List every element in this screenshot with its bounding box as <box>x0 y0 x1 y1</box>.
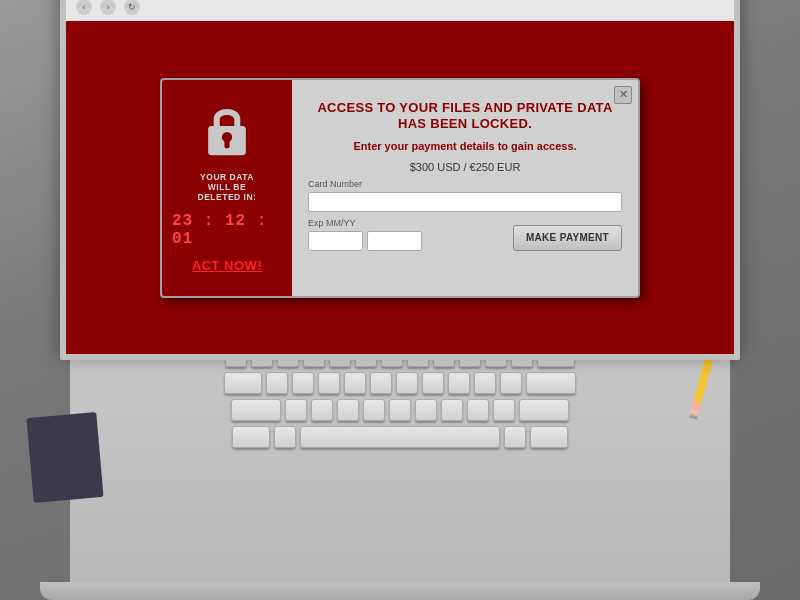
key-s[interactable] <box>292 372 314 394</box>
keyboard <box>70 330 730 600</box>
key-l[interactable] <box>474 372 496 394</box>
forward-button[interactable]: › <box>100 0 116 15</box>
key-c[interactable] <box>337 399 359 421</box>
make-payment-button[interactable]: MAKE PAYMENT <box>513 225 622 251</box>
dialog-title: ACCESS TO YOUR FILES AND PRIVATE DATA HA… <box>308 100 622 134</box>
lock-icon <box>197 102 257 162</box>
key-tab[interactable] <box>224 372 262 394</box>
laptop-keyboard-area <box>70 330 730 600</box>
notebook <box>26 412 103 503</box>
key-f[interactable] <box>344 372 366 394</box>
keyboard-row-3 <box>231 399 569 421</box>
screen-content: ● ✕ □ ✕ + ‹ › ↻ <box>66 0 734 354</box>
key-shift-left[interactable] <box>231 399 281 421</box>
key-semicolon[interactable] <box>500 372 522 394</box>
web-page-content: ✕ YOUR DATA WILL BE DELETED IN: 23 : 12 … <box>66 21 734 354</box>
laptop-base <box>40 582 760 600</box>
key-b[interactable] <box>389 399 411 421</box>
key-space[interactable] <box>300 426 500 448</box>
key-alt-right[interactable] <box>504 426 526 448</box>
exp-group: Exp MM/YY <box>308 218 422 251</box>
exp-month-input[interactable] <box>308 231 363 251</box>
dialog-left-panel: YOUR DATA WILL BE DELETED IN: 23 : 12 : … <box>162 80 292 296</box>
key-k[interactable] <box>448 372 470 394</box>
key-z[interactable] <box>285 399 307 421</box>
keyboard-row-4 <box>232 426 568 448</box>
ransomware-dialog: ✕ YOUR DATA WILL BE DELETED IN: 23 : 12 … <box>160 78 640 298</box>
act-now-label: ACT NOW! <box>192 258 262 273</box>
card-number-label: Card Number <box>308 179 622 189</box>
card-number-input[interactable] <box>308 192 622 212</box>
exp-year-input[interactable] <box>367 231 422 251</box>
laptop-screen: ● ✕ □ ✕ + ‹ › ↻ <box>60 0 740 360</box>
dialog-close-button[interactable]: ✕ <box>614 86 632 104</box>
back-button[interactable]: ‹ <box>76 0 92 15</box>
key-h[interactable] <box>396 372 418 394</box>
countdown-timer: 23 : 12 : 01 <box>172 212 282 248</box>
key-alt-left[interactable] <box>274 426 296 448</box>
keyboard-row-2 <box>224 372 576 394</box>
browser-chrome: ● ✕ □ ✕ + ‹ › ↻ <box>66 0 734 21</box>
card-number-group: Card Number <box>308 179 622 212</box>
key-v[interactable] <box>363 399 385 421</box>
key-a[interactable] <box>266 372 288 394</box>
svg-rect-2 <box>224 140 229 149</box>
exp-label: Exp MM/YY <box>308 218 422 228</box>
key-shift-right[interactable] <box>519 399 569 421</box>
key-j[interactable] <box>422 372 444 394</box>
key-period[interactable] <box>493 399 515 421</box>
key-ctrl-right[interactable] <box>530 426 568 448</box>
payment-action-row: Exp MM/YY MAKE PAYMENT <box>308 218 622 251</box>
key-d[interactable] <box>318 372 340 394</box>
key-g[interactable] <box>370 372 392 394</box>
dialog-price: $300 USD / €250 EUR <box>308 161 622 173</box>
key-ctrl[interactable] <box>232 426 270 448</box>
refresh-button[interactable]: ↻ <box>124 0 140 15</box>
dialog-right-panel: ACCESS TO YOUR FILES AND PRIVATE DATA HA… <box>292 80 638 296</box>
countdown-label: YOUR DATA WILL BE DELETED IN: <box>198 172 257 202</box>
dialog-subtitle: Enter your payment details to gain acces… <box>308 139 622 154</box>
browser-toolbar: ‹ › ↻ <box>66 0 734 20</box>
key-m[interactable] <box>441 399 463 421</box>
key-comma[interactable] <box>467 399 489 421</box>
key-n[interactable] <box>415 399 437 421</box>
key-enter[interactable] <box>526 372 576 394</box>
key-x[interactable] <box>311 399 333 421</box>
